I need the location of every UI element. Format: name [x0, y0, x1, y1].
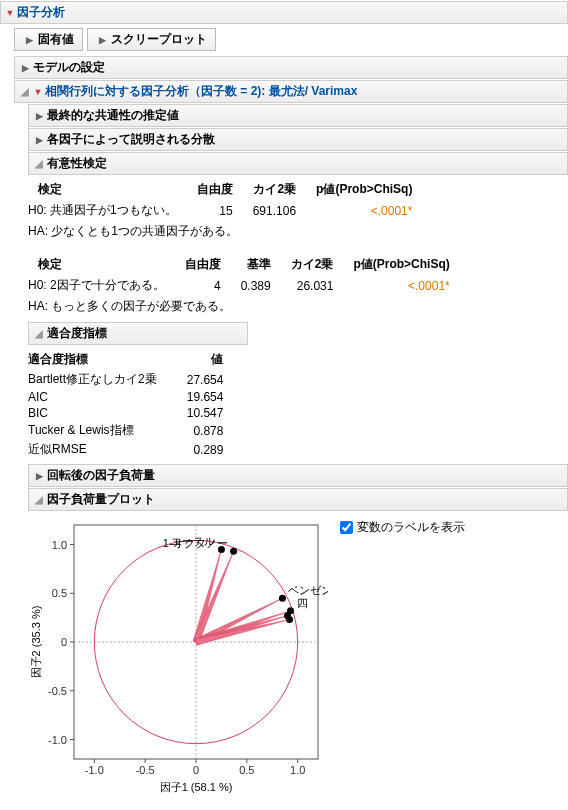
- loading-plot-row: -1.0-1.0-0.5-0.5000.50.51.01.0因子1 (58.1 …: [0, 511, 568, 799]
- svg-text:1.0: 1.0: [290, 764, 305, 776]
- variance-explained-header[interactable]: 各因子によって説明される分散: [28, 128, 568, 151]
- fit-header[interactable]: 適合度指標: [28, 322, 248, 345]
- rotated-loadings-header[interactable]: 回転後の因子負荷量: [28, 464, 568, 487]
- model-settings-header[interactable]: モデルの設定: [14, 56, 568, 79]
- svg-text:0: 0: [193, 764, 199, 776]
- svg-text:0.5: 0.5: [52, 587, 67, 599]
- fa-correlation-header[interactable]: 相関行列に対する因子分析（因子数 = 2): 最尤法/ Varimax: [14, 80, 568, 103]
- table-row: BIC10.547: [28, 405, 253, 421]
- final-communality-header[interactable]: 最終的な共通性の推定値: [28, 104, 568, 127]
- loading-plot-chart[interactable]: -1.0-1.0-0.5-0.5000.50.51.01.0因子1 (58.1 …: [28, 515, 328, 795]
- fit-table: 適合度指標 値 Bartlett修正なしカイ2乗27.654AIC19.654B…: [28, 349, 253, 459]
- svg-text:因子2  (35.3 %): 因子2 (35.3 %): [30, 606, 42, 679]
- svg-text:四: 四: [297, 597, 308, 609]
- chevron-right-icon[interactable]: [19, 62, 31, 74]
- significance-test-content: 検定 自由度 カイ2乗 p値(Prob>ChiSq) H0: 共通因子が1つもな…: [0, 175, 568, 321]
- eigenvalues-button[interactable]: 固有値: [14, 28, 83, 51]
- chevron-right-icon: [23, 34, 35, 46]
- svg-text:因子1  (58.1 %): 因子1 (58.1 %): [160, 781, 233, 793]
- table-row: 近似RMSE0.289: [28, 440, 253, 459]
- menu-arrow-icon[interactable]: [33, 87, 43, 97]
- factor-analysis-header[interactable]: 因子分析: [0, 1, 568, 24]
- svg-text:1.0: 1.0: [52, 539, 67, 551]
- loading-plot-header[interactable]: 因子負荷量プロット: [28, 488, 568, 511]
- chevron-right-icon: [96, 34, 108, 46]
- svg-point-34: [230, 548, 237, 555]
- chevron-down-icon[interactable]: [19, 86, 31, 98]
- title-text: 因子分析: [17, 4, 65, 21]
- show-labels-row: 変数のラベルを表示: [340, 515, 465, 536]
- sig-test-table-2: 検定 自由度 基準 カイ2乗 p値(Prob>ChiSq) H0: 2因子で十分…: [28, 254, 460, 317]
- fit-content: 適合度指標 値 Bartlett修正なしカイ2乗27.654AIC19.654B…: [0, 345, 568, 463]
- button-row: 固有値 スクリープロット: [0, 24, 568, 55]
- chevron-down-icon[interactable]: [33, 328, 45, 340]
- table-row: Tucker & Lewis指標0.878: [28, 421, 253, 440]
- svg-point-41: [286, 616, 293, 623]
- svg-text:-1.0: -1.0: [85, 764, 104, 776]
- svg-text:0: 0: [61, 636, 67, 648]
- svg-text:-0.5: -0.5: [48, 685, 67, 697]
- scree-plot-button[interactable]: スクリープロット: [87, 28, 216, 51]
- chevron-down-icon[interactable]: [33, 158, 45, 170]
- sig-test-table-1: 検定 自由度 カイ2乗 p値(Prob>ChiSq) H0: 共通因子が1つもな…: [28, 179, 422, 242]
- chevron-right-icon[interactable]: [33, 134, 45, 146]
- chevron-right-icon[interactable]: [33, 110, 45, 122]
- significance-test-header[interactable]: 有意性検定: [28, 152, 568, 175]
- svg-text:1-オクタノー: 1-オクタノー: [163, 537, 228, 549]
- svg-text:ベンゼン: ベンゼン: [288, 584, 328, 596]
- svg-text:-0.5: -0.5: [136, 764, 155, 776]
- menu-arrow-icon[interactable]: [5, 8, 15, 18]
- svg-text:-1.0: -1.0: [48, 734, 67, 746]
- chevron-down-icon[interactable]: [33, 494, 45, 506]
- svg-point-36: [279, 595, 286, 602]
- table-row: AIC19.654: [28, 389, 253, 405]
- table-row: Bartlett修正なしカイ2乗27.654: [28, 370, 253, 389]
- show-labels-checkbox[interactable]: [340, 521, 353, 534]
- svg-text:0.5: 0.5: [239, 764, 254, 776]
- chevron-right-icon[interactable]: [33, 470, 45, 482]
